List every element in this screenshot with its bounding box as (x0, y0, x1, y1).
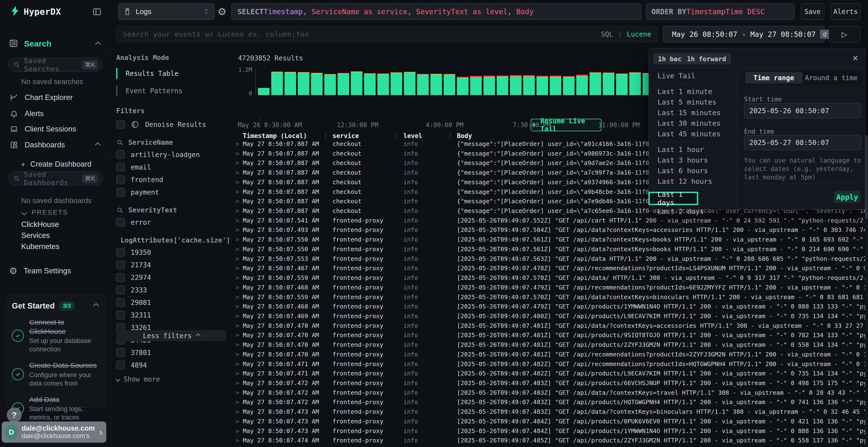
table-row[interactable]: >May 27 8:50:07.472 AMfrontend-proxyinfo… (232, 388, 868, 398)
table-row[interactable]: >May 27 8:50:07.473 AMfrontend-proxyinfo… (232, 417, 868, 426)
histogram-bar[interactable] (444, 74, 455, 95)
expand-row-icon[interactable]: > (236, 217, 239, 224)
table-row[interactable]: >May 27 8:50:07.470 AMfrontend-proxyinfo… (232, 340, 868, 350)
expand-row-icon[interactable]: > (236, 274, 239, 281)
table-row[interactable]: >May 27 8:50:07.467 AMfrontend-proxyinfo… (232, 264, 868, 273)
histogram-bar[interactable] (563, 76, 575, 95)
expand-row-icon[interactable]: > (236, 207, 239, 214)
histogram-bar[interactable] (629, 72, 641, 95)
checkbox[interactable] (116, 218, 125, 227)
histogram-bar[interactable] (603, 72, 614, 95)
filter-value-row[interactable]: 4894 (116, 361, 227, 370)
alerts-button[interactable]: Alerts (831, 3, 860, 20)
table-row[interactable]: >May 27 8:50:07.469 AMfrontend-proxyinfo… (232, 311, 868, 321)
histogram-bar[interactable] (351, 71, 362, 95)
expand-row-icon[interactable]: > (236, 188, 239, 195)
expand-row-icon[interactable]: > (236, 322, 239, 329)
expand-row-icon[interactable]: > (236, 150, 239, 157)
col-body[interactable]: Body (457, 132, 472, 139)
table-row[interactable]: >May 27 8:50:07.471 AMfrontend-proxyinfo… (232, 369, 868, 378)
checkbox[interactable] (116, 273, 125, 282)
filter-value-row[interactable]: artillery-loadgen (116, 150, 227, 159)
table-row[interactable]: >May 27 8:50:07.559 AMfrontend-proxyinfo… (232, 273, 868, 283)
expand-row-icon[interactable]: > (236, 427, 239, 435)
histogram-bar[interactable] (590, 72, 601, 95)
expand-row-icon[interactable]: > (236, 380, 239, 386)
filter-value-row[interactable]: email (116, 163, 227, 171)
scrollbar-thumb[interactable] (865, 135, 868, 219)
less-filters-button[interactable]: Less filters (116, 330, 227, 341)
histogram-bar[interactable] (377, 73, 389, 95)
time-option-last-1-minute[interactable]: Last 1 minute (649, 86, 737, 97)
show-more-button[interactable]: Show more (116, 375, 227, 383)
histogram-bar[interactable] (457, 77, 468, 95)
histogram-bar[interactable] (523, 75, 535, 95)
expand-row-icon[interactable]: > (236, 294, 239, 301)
expand-row-icon[interactable]: > (236, 389, 239, 396)
expand-row-icon[interactable]: > (236, 360, 239, 368)
checkbox[interactable] (116, 150, 125, 159)
expand-row-icon[interactable]: > (236, 313, 239, 319)
time-option-last-2-days[interactable]: Last 2 days (649, 206, 737, 217)
histogram-bar[interactable] (364, 73, 376, 95)
expand-row-icon[interactable]: > (236, 227, 239, 233)
histogram-bar[interactable] (616, 73, 628, 95)
presets-toggle[interactable]: PRESETS (22, 209, 68, 216)
time-option-last-15-minutes[interactable]: Last 15 minutes (649, 107, 737, 118)
table-row[interactable]: >May 27 8:50:07.470 AMfrontend-proxyinfo… (232, 331, 868, 340)
sidebar-collapse-icon[interactable] (92, 7, 102, 16)
filter-value-row[interactable]: 22974 (116, 273, 227, 282)
col-timestamp[interactable]: Timestamp (Local) (243, 132, 307, 139)
help-button[interactable]: ? (7, 408, 22, 422)
histogram-bar[interactable] (536, 76, 548, 95)
expand-row-icon[interactable]: > (236, 399, 239, 406)
mode-sql-toggle[interactable]: SQL (601, 30, 613, 38)
expand-row-icon[interactable]: > (236, 418, 239, 425)
histogram-bar[interactable] (430, 74, 442, 95)
time-option-last-3-hours[interactable]: Last 3 hours (649, 155, 737, 166)
histogram-bar[interactable] (284, 72, 296, 95)
expand-row-icon[interactable]: > (236, 160, 239, 166)
filter-value-row[interactable]: 2333 (116, 286, 227, 294)
table-row[interactable]: >May 27 8:50:07.541 AMfrontend-proxyinfo… (232, 216, 868, 226)
time-option-last-1-days[interactable]: Last 1 days (648, 192, 698, 205)
filter-value-row[interactable]: payment (116, 188, 227, 197)
sidebar-item-team-settings[interactable]: ⚙ Team Settings (9, 265, 71, 277)
table-row[interactable]: >May 27 8:50:07.471 AMfrontend-proxyinfo… (232, 359, 868, 369)
save-button[interactable]: Save (801, 3, 824, 20)
col-service[interactable]: service (333, 132, 359, 139)
filter-value-row[interactable]: error (116, 218, 227, 227)
histogram-bar[interactable] (311, 73, 322, 95)
saved-searches-input[interactable]: Saved Searches ⌘K (8, 58, 103, 72)
resume-live-tail-button[interactable]: Resume Live Tail (531, 119, 601, 131)
table-row[interactable]: >May 27 8:50:07.559 AMfrontend-proxyinfo… (232, 293, 868, 302)
filter-value-row[interactable]: 19350 (116, 248, 227, 257)
checkbox[interactable] (116, 248, 125, 257)
expand-row-icon[interactable]: > (236, 236, 239, 243)
close-icon[interactable]: × (852, 53, 858, 64)
expand-row-icon[interactable]: > (236, 265, 239, 272)
expand-row-icon[interactable]: > (236, 246, 239, 253)
mode-lucene-toggle[interactable]: Lucene (627, 30, 651, 38)
create-dashboard-button[interactable]: + Create Dashboard (21, 159, 91, 170)
table-row[interactable]: >May 27 8:50:07.474 AMfrontend-proxyinfo… (232, 436, 868, 445)
table-row[interactable]: >May 27 8:50:07.473 AMfrontend-proxyinfo… (232, 426, 868, 436)
filter-value-row[interactable]: 29081 (116, 298, 227, 307)
get-started-item[interactable]: Connect to ClickHouseSet up your databas… (12, 318, 100, 353)
sql-select-editor[interactable]: SELECT Timestamp, ServiceName as service… (231, 3, 641, 20)
table-row[interactable]: >May 27 8:50:07.493 AMfrontend-proxyinfo… (232, 225, 868, 235)
preset-kubernetes[interactable]: Kubernetes (21, 241, 60, 252)
chevron-up-icon[interactable] (93, 303, 99, 309)
denoise-filter-row[interactable]: Denoise Results (116, 120, 227, 129)
run-search-button[interactable]: ▷ (829, 26, 860, 42)
table-row[interactable]: >May 27 8:50:07.550 AMfrontend-proxyinfo… (232, 235, 868, 244)
checkbox[interactable] (116, 188, 125, 197)
table-row[interactable]: >May 27 8:50:07.472 AMfrontend-proxyinfo… (232, 378, 868, 388)
chevron-up-icon[interactable] (95, 41, 101, 47)
user-account-chip[interactable]: D dale@clickhouse.com dale@clickhouse.co… (2, 421, 106, 443)
get-started-item[interactable]: Add DataStart sending logs, metrics, or … (12, 395, 100, 422)
expand-row-icon[interactable]: > (236, 140, 239, 147)
time-option-last-30-minutes[interactable]: Last 30 minutes (649, 118, 737, 129)
analysis-mode-event-patterns[interactable]: Event Patterns (116, 85, 227, 96)
expand-row-icon[interactable]: > (236, 303, 239, 310)
